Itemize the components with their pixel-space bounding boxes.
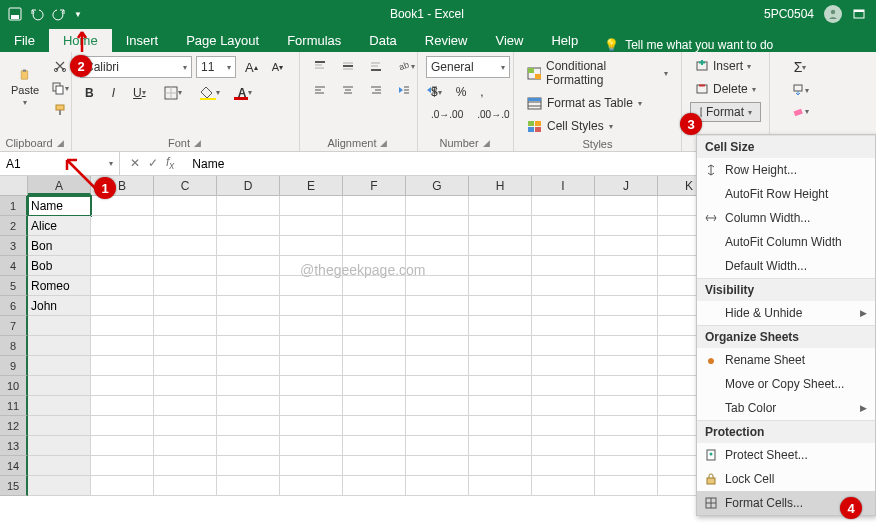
italic-button[interactable]: I: [107, 83, 120, 103]
cell[interactable]: [343, 336, 406, 356]
cell[interactable]: [595, 216, 658, 236]
cell[interactable]: [343, 236, 406, 256]
cell[interactable]: [91, 456, 154, 476]
row-header[interactable]: 8: [0, 336, 28, 356]
row-header[interactable]: 2: [0, 216, 28, 236]
row-header[interactable]: 7: [0, 316, 28, 336]
cell[interactable]: [532, 376, 595, 396]
cell[interactable]: [469, 356, 532, 376]
cell[interactable]: [217, 256, 280, 276]
cell[interactable]: [532, 216, 595, 236]
cell[interactable]: [406, 256, 469, 276]
cell[interactable]: [217, 436, 280, 456]
tab-formulas[interactable]: Formulas: [273, 29, 355, 52]
cell[interactable]: [91, 256, 154, 276]
menu-item-protect-sheet[interactable]: Protect Sheet...: [697, 443, 875, 467]
increase-font-icon[interactable]: A▴: [240, 57, 263, 78]
cell[interactable]: [343, 276, 406, 296]
tab-file[interactable]: File: [0, 29, 49, 52]
cell[interactable]: [28, 476, 91, 496]
format-painter-button[interactable]: [46, 100, 74, 120]
cell[interactable]: [91, 376, 154, 396]
cell[interactable]: [217, 296, 280, 316]
cell[interactable]: [469, 196, 532, 216]
cell[interactable]: [280, 436, 343, 456]
row-header[interactable]: 11: [0, 396, 28, 416]
row-header[interactable]: 1: [0, 196, 28, 216]
cell[interactable]: [280, 236, 343, 256]
cell[interactable]: [217, 216, 280, 236]
cell[interactable]: [217, 276, 280, 296]
user-avatar-icon[interactable]: [824, 5, 842, 23]
cell[interactable]: [280, 336, 343, 356]
row-header[interactable]: 4: [0, 256, 28, 276]
align-middle-icon[interactable]: [336, 56, 360, 76]
cell[interactable]: [595, 316, 658, 336]
cell[interactable]: [406, 276, 469, 296]
cell[interactable]: [595, 276, 658, 296]
cell[interactable]: [91, 276, 154, 296]
cell[interactable]: [406, 316, 469, 336]
cell[interactable]: [91, 216, 154, 236]
autosum-button[interactable]: Σ ▾: [778, 56, 822, 78]
cell[interactable]: [469, 436, 532, 456]
cell[interactable]: [91, 356, 154, 376]
number-dialog-launcher[interactable]: ◢: [481, 138, 492, 148]
cell[interactable]: [469, 456, 532, 476]
cell[interactable]: [595, 236, 658, 256]
formula-input[interactable]: Name: [184, 157, 232, 171]
conditional-formatting-button[interactable]: Conditional Formatting▾: [522, 56, 673, 90]
cell[interactable]: [154, 296, 217, 316]
paste-button[interactable]: Paste ▾: [8, 66, 42, 110]
fill-button[interactable]: ▾: [778, 81, 822, 99]
cell[interactable]: [28, 436, 91, 456]
menu-item-hide-unhide[interactable]: Hide & Unhide▶: [697, 301, 875, 325]
cell[interactable]: [28, 416, 91, 436]
cell[interactable]: [217, 456, 280, 476]
save-icon[interactable]: [8, 7, 22, 21]
cell-styles-button[interactable]: Cell Styles▾: [522, 116, 673, 136]
cell[interactable]: [595, 256, 658, 276]
cell[interactable]: [154, 196, 217, 216]
cell[interactable]: [343, 476, 406, 496]
cell[interactable]: [595, 336, 658, 356]
tab-help[interactable]: Help: [537, 29, 592, 52]
increase-decimal-icon[interactable]: .0→.00: [426, 106, 468, 123]
cell[interactable]: [532, 476, 595, 496]
cell[interactable]: [217, 236, 280, 256]
row-header[interactable]: 6: [0, 296, 28, 316]
row-header[interactable]: 14: [0, 456, 28, 476]
cell[interactable]: [217, 316, 280, 336]
row-header[interactable]: 12: [0, 416, 28, 436]
undo-icon[interactable]: [30, 7, 44, 21]
delete-cells-button[interactable]: Delete▾: [690, 79, 761, 99]
cell[interactable]: [154, 216, 217, 236]
cell[interactable]: [532, 316, 595, 336]
tab-insert[interactable]: Insert: [112, 29, 173, 52]
cell[interactable]: [154, 416, 217, 436]
font-size-combo[interactable]: 11▾: [196, 56, 236, 78]
accounting-format-button[interactable]: $▾: [426, 82, 447, 102]
tab-page-layout[interactable]: Page Layout: [172, 29, 273, 52]
cell[interactable]: [469, 396, 532, 416]
cell[interactable]: [532, 456, 595, 476]
cell[interactable]: [28, 456, 91, 476]
percent-format-button[interactable]: %: [451, 82, 472, 102]
cell[interactable]: [280, 276, 343, 296]
menu-item-autofit-column-width[interactable]: AutoFit Column Width: [697, 230, 875, 254]
row-header[interactable]: 10: [0, 376, 28, 396]
cell[interactable]: Alice: [28, 216, 91, 236]
bold-button[interactable]: B: [80, 83, 99, 103]
cell[interactable]: [343, 216, 406, 236]
cell[interactable]: [343, 416, 406, 436]
cell[interactable]: [532, 396, 595, 416]
cell[interactable]: [280, 256, 343, 276]
cell[interactable]: [343, 196, 406, 216]
cell[interactable]: [532, 436, 595, 456]
cell[interactable]: [469, 416, 532, 436]
menu-item-column-width[interactable]: Column Width...: [697, 206, 875, 230]
cell[interactable]: [154, 316, 217, 336]
tell-me-search[interactable]: 💡Tell me what you want to do: [604, 38, 773, 52]
cell[interactable]: [154, 476, 217, 496]
cell[interactable]: [406, 376, 469, 396]
